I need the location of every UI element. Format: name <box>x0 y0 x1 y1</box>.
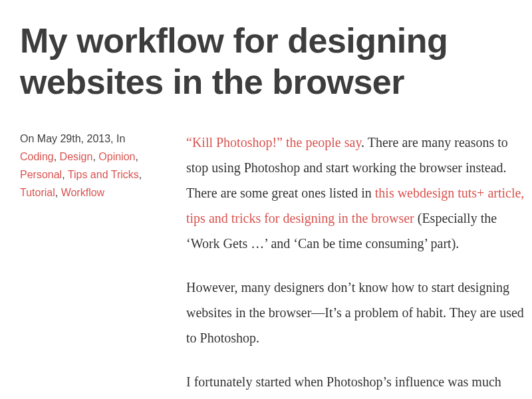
paragraph: “Kill Photoshop!” the people say. There … <box>186 130 532 256</box>
category-link-coding[interactable]: Coding <box>20 151 54 162</box>
separator: , <box>139 169 142 180</box>
inline-link-kill-photoshop[interactable]: “Kill Photoshop!” the people say <box>186 135 361 150</box>
separator: , <box>135 151 138 162</box>
category-link-tutorial[interactable]: Tutorial <box>20 187 55 198</box>
category-link-personal[interactable]: Personal <box>20 169 62 180</box>
paragraph: However, many designers don’t know how t… <box>186 275 532 350</box>
content-wrap: On May 29th, 2013, In Coding, Design, Op… <box>20 130 532 399</box>
meta-in: , In <box>110 133 125 144</box>
category-link-workflow[interactable]: Workflow <box>61 187 105 198</box>
separator: , <box>55 187 61 198</box>
category-link-tips[interactable]: Tips and Tricks <box>68 169 139 180</box>
paragraph: I fortunately started when Photoshop’s i… <box>186 369 532 399</box>
category-link-design[interactable]: Design <box>60 151 93 162</box>
post-date: May 29th, 2013 <box>37 133 110 144</box>
separator: , <box>62 169 68 180</box>
meta-prefix: On <box>20 133 37 144</box>
separator: , <box>92 151 98 162</box>
category-link-opinion[interactable]: Opinion <box>98 151 135 162</box>
post-meta: On May 29th, 2013, In Coding, Design, Op… <box>20 130 160 399</box>
post-body: “Kill Photoshop!” the people say. There … <box>186 130 532 399</box>
page-title: My workflow for designing websites in th… <box>20 20 532 103</box>
separator: , <box>54 151 60 162</box>
